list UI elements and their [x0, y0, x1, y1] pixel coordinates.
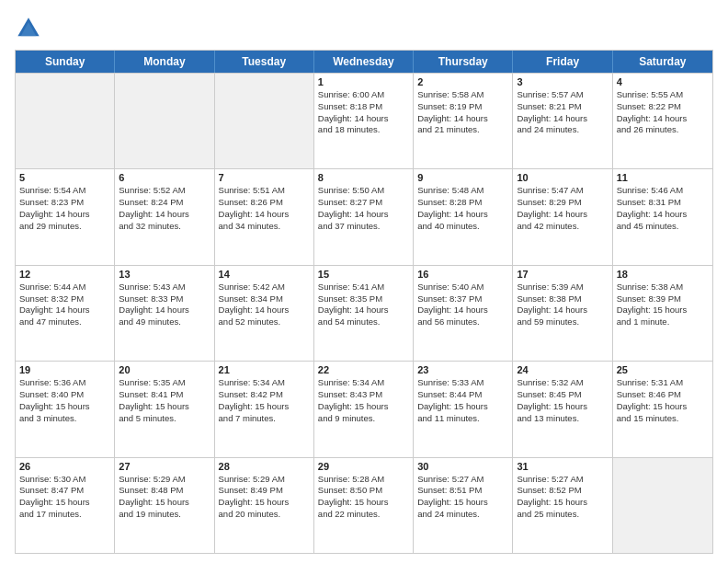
day-info: Sunrise: 5:36 AM — [19, 377, 110, 389]
day-info: Daylight: 14 hours — [318, 304, 409, 316]
day-number: 18 — [617, 269, 709, 280]
day-info: Sunrise: 5:55 AM — [617, 89, 709, 101]
day-number: 6 — [119, 172, 210, 183]
day-info: and 9 minutes. — [318, 413, 409, 425]
cal-cell: 8Sunrise: 5:50 AMSunset: 8:27 PMDaylight… — [314, 169, 414, 264]
header — [15, 15, 713, 42]
day-info: and 24 minutes. — [517, 124, 608, 136]
day-info: Daylight: 15 hours — [19, 401, 110, 413]
day-info: Sunset: 8:35 PM — [318, 293, 409, 305]
cal-cell: 21Sunrise: 5:34 AMSunset: 8:42 PMDayligh… — [215, 362, 314, 456]
day-info: and 5 minutes. — [119, 413, 210, 425]
cal-cell: 14Sunrise: 5:42 AMSunset: 8:34 PMDayligh… — [215, 266, 314, 361]
day-number: 17 — [517, 269, 608, 280]
day-info: and 54 minutes. — [318, 316, 409, 328]
day-info: and 40 minutes. — [417, 221, 508, 233]
day-number: 7 — [219, 172, 310, 183]
cal-cell: 11Sunrise: 5:46 AMSunset: 8:31 PMDayligh… — [613, 169, 712, 264]
cal-cell: 12Sunrise: 5:44 AMSunset: 8:32 PMDayligh… — [16, 266, 115, 361]
day-info: Sunrise: 5:48 AM — [417, 185, 508, 197]
day-info: Sunrise: 5:44 AM — [19, 282, 110, 293]
day-info: and 49 minutes. — [119, 316, 210, 328]
day-info: Daylight: 14 hours — [119, 304, 210, 316]
cal-cell: 30Sunrise: 5:27 AMSunset: 8:51 PMDayligh… — [414, 458, 513, 553]
week-row-3: 19Sunrise: 5:36 AMSunset: 8:40 PMDayligh… — [16, 361, 712, 456]
day-info: Sunset: 8:24 PM — [119, 197, 210, 209]
day-number: 30 — [417, 461, 508, 472]
day-info: and 18 minutes. — [318, 124, 409, 136]
day-info: Sunrise: 5:46 AM — [617, 185, 709, 197]
day-info: Sunrise: 5:29 AM — [119, 474, 210, 486]
day-info: Daylight: 14 hours — [19, 209, 110, 221]
day-info: and 25 minutes. — [517, 509, 608, 521]
cal-cell: 13Sunrise: 5:43 AMSunset: 8:33 PMDayligh… — [115, 266, 214, 361]
day-info: and 59 minutes. — [517, 316, 608, 328]
day-info: Daylight: 14 hours — [517, 209, 608, 221]
day-number: 21 — [219, 364, 310, 375]
cal-cell: 15Sunrise: 5:41 AMSunset: 8:35 PMDayligh… — [314, 266, 414, 361]
day-number: 27 — [119, 461, 210, 472]
day-number: 4 — [617, 76, 709, 87]
day-info: Sunset: 8:44 PM — [417, 389, 508, 401]
day-info: Sunrise: 5:38 AM — [617, 282, 709, 293]
day-info: Sunrise: 5:30 AM — [19, 474, 110, 486]
calendar-header: SundayMondayTuesdayWednesdayThursdayFrid… — [16, 51, 712, 73]
day-number: 12 — [19, 269, 110, 280]
day-info: Sunset: 8:33 PM — [119, 293, 210, 305]
cal-cell: 31Sunrise: 5:27 AMSunset: 8:52 PMDayligh… — [513, 458, 612, 553]
day-number: 22 — [318, 364, 409, 375]
day-info: and 32 minutes. — [119, 221, 210, 233]
logo-icon — [15, 15, 42, 42]
cal-cell: 5Sunrise: 5:54 AMSunset: 8:23 PMDaylight… — [16, 169, 115, 264]
day-number: 10 — [517, 172, 608, 183]
day-info: Sunset: 8:32 PM — [19, 293, 110, 305]
day-info: Daylight: 15 hours — [417, 401, 508, 413]
cal-cell: 17Sunrise: 5:39 AMSunset: 8:38 PMDayligh… — [513, 266, 612, 361]
day-number: 31 — [517, 461, 608, 472]
day-info: Daylight: 15 hours — [219, 401, 310, 413]
day-info: Daylight: 14 hours — [417, 209, 508, 221]
cal-cell: 20Sunrise: 5:35 AMSunset: 8:41 PMDayligh… — [115, 362, 214, 456]
day-info: Sunset: 8:51 PM — [417, 485, 508, 497]
day-info: Sunset: 8:40 PM — [19, 389, 110, 401]
day-info: and 42 minutes. — [517, 221, 608, 233]
day-info: and 45 minutes. — [617, 221, 709, 233]
day-info: Sunset: 8:48 PM — [119, 485, 210, 497]
cal-cell: 25Sunrise: 5:31 AMSunset: 8:46 PMDayligh… — [613, 362, 712, 456]
day-info: and 17 minutes. — [19, 509, 110, 521]
cal-cell — [115, 74, 214, 168]
week-row-2: 12Sunrise: 5:44 AMSunset: 8:32 PMDayligh… — [16, 265, 712, 361]
day-info: Daylight: 15 hours — [119, 401, 210, 413]
day-header-tuesday: Tuesday — [215, 51, 314, 73]
day-info: and 21 minutes. — [417, 124, 508, 136]
cal-cell: 29Sunrise: 5:28 AMSunset: 8:50 PMDayligh… — [314, 458, 414, 553]
day-info: Sunrise: 5:29 AM — [219, 474, 310, 486]
day-number: 5 — [19, 172, 110, 183]
day-info: Sunrise: 5:40 AM — [417, 282, 508, 293]
day-info: Sunrise: 5:47 AM — [517, 185, 608, 197]
day-info: Sunset: 8:28 PM — [417, 197, 508, 209]
day-info: Sunrise: 5:31 AM — [617, 377, 709, 389]
cal-cell: 3Sunrise: 5:57 AMSunset: 8:21 PMDaylight… — [513, 74, 612, 168]
day-info: Sunrise: 5:27 AM — [517, 474, 608, 486]
day-info: and 20 minutes. — [219, 509, 310, 521]
day-info: Daylight: 15 hours — [617, 304, 709, 316]
day-info: and 3 minutes. — [19, 413, 110, 425]
day-info: Daylight: 14 hours — [617, 113, 709, 125]
day-info: Daylight: 14 hours — [19, 304, 110, 316]
day-header-thursday: Thursday — [414, 51, 513, 73]
day-info: Sunrise: 5:50 AM — [318, 185, 409, 197]
day-number: 11 — [617, 172, 709, 183]
day-info: Sunset: 8:49 PM — [219, 485, 310, 497]
cal-cell: 26Sunrise: 5:30 AMSunset: 8:47 PMDayligh… — [16, 458, 115, 553]
cal-cell: 7Sunrise: 5:51 AMSunset: 8:26 PMDaylight… — [215, 169, 314, 264]
day-info: Daylight: 15 hours — [119, 497, 210, 509]
day-info: Sunset: 8:23 PM — [19, 197, 110, 209]
cal-cell: 2Sunrise: 5:58 AMSunset: 8:19 PMDaylight… — [414, 74, 513, 168]
day-info: Daylight: 14 hours — [617, 209, 709, 221]
day-info: Daylight: 15 hours — [517, 401, 608, 413]
week-row-1: 5Sunrise: 5:54 AMSunset: 8:23 PMDaylight… — [16, 168, 712, 264]
calendar-body: 1Sunrise: 6:00 AMSunset: 8:18 PMDaylight… — [16, 73, 712, 553]
day-info: and 7 minutes. — [219, 413, 310, 425]
day-header-wednesday: Wednesday — [314, 51, 414, 73]
